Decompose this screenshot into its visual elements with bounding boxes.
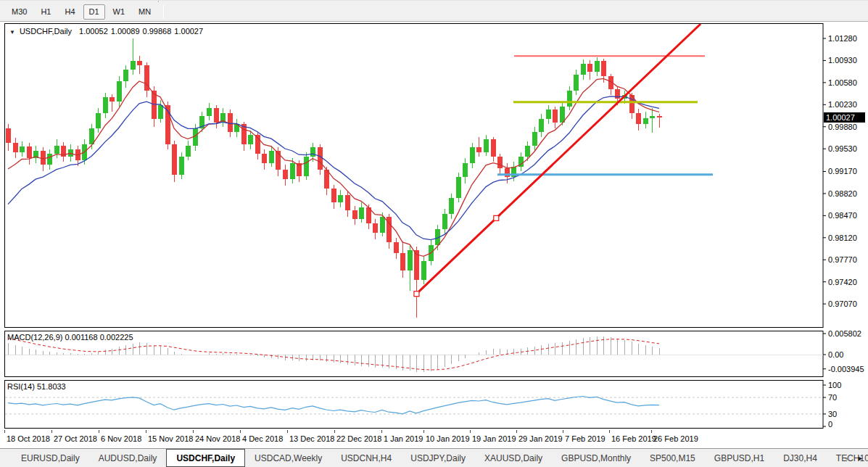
candle-body (20, 146, 25, 152)
candle-body (41, 151, 46, 165)
candle-body (421, 261, 426, 280)
candle-body (345, 195, 350, 211)
candle-body (117, 81, 122, 102)
tab-gbpusd-monthly[interactable]: GBPUSD,Monthly (552, 449, 640, 467)
candle-body (484, 139, 489, 152)
tab-usdcnh-h4[interactable]: USDCNH,H4 (331, 449, 401, 467)
candle-body (158, 105, 163, 119)
tab-scroll-right-icon[interactable]: ► (857, 455, 864, 462)
date-tick (381, 430, 382, 433)
candle-body (269, 151, 274, 163)
date-label: 29 Jan 2019 (518, 434, 563, 443)
date-label: 4 Dec 2018 (242, 434, 283, 443)
price-axis-label: 0.98470 (828, 211, 857, 220)
tab-dj30-h4[interactable]: DJ30,H4 (774, 449, 827, 467)
timeframe-button-h1[interactable]: H1 (35, 4, 57, 20)
macd-axis-label: 0.005802 (828, 330, 861, 338)
candle-body (248, 135, 253, 144)
candle-body (476, 147, 481, 152)
date-label: 22 Dec 2018 (336, 434, 381, 443)
tab-usdjpy-daily[interactable]: USDJPY,Daily (401, 449, 475, 467)
candle-body (359, 207, 364, 219)
macd-axis-label: 0.00 (828, 350, 843, 359)
timeframe-button-h4[interactable]: H4 (59, 4, 80, 20)
candle-body (103, 97, 108, 113)
price-chart-panel[interactable]: 1.012801.009301.005801.002300.998800.995… (0, 22, 868, 330)
chart-window[interactable]: 1.012801.009301.005801.002300.998800.995… (0, 22, 868, 429)
macd-panel[interactable]: 0.0058020.00-0.003945 (0, 330, 868, 379)
date-tick (334, 430, 335, 433)
candle-body (525, 146, 530, 157)
price-axis-label: 0.97770 (828, 255, 857, 264)
candle-body (331, 189, 336, 202)
date-label: 18 Oct 2018 (7, 434, 50, 443)
chart-tab-bar: EURUSD,DailyAUDUSD,DailyUSDCHF,DailyUSDC… (0, 448, 868, 467)
date-label: 15 Nov 2018 (148, 434, 193, 443)
candle-body (601, 61, 606, 76)
rsi-axis-label: 30 (828, 410, 837, 418)
tab-scroll-left-icon[interactable]: ◄ (843, 455, 850, 462)
tab-usdcad-weekly[interactable]: USDCAD,Weekly (245, 449, 331, 467)
date-label: 6 Nov 2018 (101, 434, 141, 443)
rsi-axis-label: 0 (828, 420, 832, 429)
trendline-anchor-handle[interactable] (494, 215, 499, 220)
date-tick (240, 430, 241, 433)
candle-body (262, 154, 267, 163)
candle-body (6, 128, 11, 143)
candle-body (137, 61, 142, 65)
candle-body (47, 154, 52, 165)
date-tick (563, 430, 563, 433)
price-axis-label: 0.97420 (828, 278, 857, 286)
tab-usdchf-daily[interactable]: USDCHF,Daily (166, 449, 245, 467)
candle-body (442, 214, 447, 230)
date-axis[interactable]: 18 Oct 201827 Oct 20186 Nov 201815 Nov 2… (0, 429, 868, 448)
price-axis-label: 0.99170 (828, 167, 857, 175)
date-tick (51, 430, 52, 433)
price-axis-label: 0.98820 (828, 189, 857, 198)
date-tick (516, 430, 517, 433)
date-tick (287, 430, 288, 433)
timeframe-button-mn[interactable]: MN (133, 4, 157, 20)
date-label: 16 Feb 2019 (611, 434, 656, 443)
price-axis-label: 0.97070 (828, 299, 857, 308)
candle-body (657, 116, 662, 117)
candle-body (400, 253, 405, 270)
candle-body (214, 108, 219, 123)
candle-body (27, 146, 32, 159)
price-axis-label: 0.98120 (828, 233, 857, 242)
toolbar-separator (163, 4, 164, 19)
rsi-panel-border (5, 381, 824, 429)
date-tick (193, 430, 194, 433)
timeframe-toolbar: M30H1H4D1W1MN (0, 2, 868, 22)
date-label: 1 Jan 2019 (384, 434, 423, 443)
candle-body (352, 210, 357, 218)
candle-body (193, 128, 198, 145)
candle-body (338, 195, 343, 202)
tab-audusd-daily[interactable]: AUDUSD,Daily (89, 449, 167, 467)
tab-sp500-m15[interactable]: SP500,M15 (640, 449, 705, 467)
price-axis-label: 1.00930 (828, 56, 857, 65)
date-tick (609, 430, 610, 433)
tab-gbpusd-h1[interactable]: GBPUSD,H1 (705, 449, 774, 467)
candle-body (505, 168, 510, 177)
tab-eurusd-daily[interactable]: EURUSD,Daily (12, 449, 89, 467)
tab-xauusd-daily[interactable]: XAUUSD,Daily (475, 449, 552, 467)
candle-body (463, 163, 468, 177)
trendline-anchor-handle[interactable] (414, 292, 419, 297)
candle-body (615, 89, 620, 99)
timeframe-button-w1[interactable]: W1 (107, 4, 131, 20)
rsi-panel[interactable]: 10070300 (0, 379, 868, 429)
date-label: 19 Jan 2019 (472, 434, 516, 443)
rsi-axis-label: 100 (828, 381, 841, 389)
candle-body (228, 113, 233, 132)
candle-body (373, 223, 378, 233)
date-label: 13 Dec 2018 (289, 434, 334, 443)
candle-body (310, 147, 315, 157)
candle-body (380, 217, 385, 233)
date-label: 7 Feb 2019 (565, 434, 605, 443)
candle-body (560, 107, 565, 123)
timeframe-button-m30[interactable]: M30 (6, 4, 33, 20)
price-axis-label: 0.99530 (828, 144, 857, 153)
timeframe-button-d1[interactable]: D1 (83, 4, 105, 20)
candle-body (567, 91, 572, 107)
